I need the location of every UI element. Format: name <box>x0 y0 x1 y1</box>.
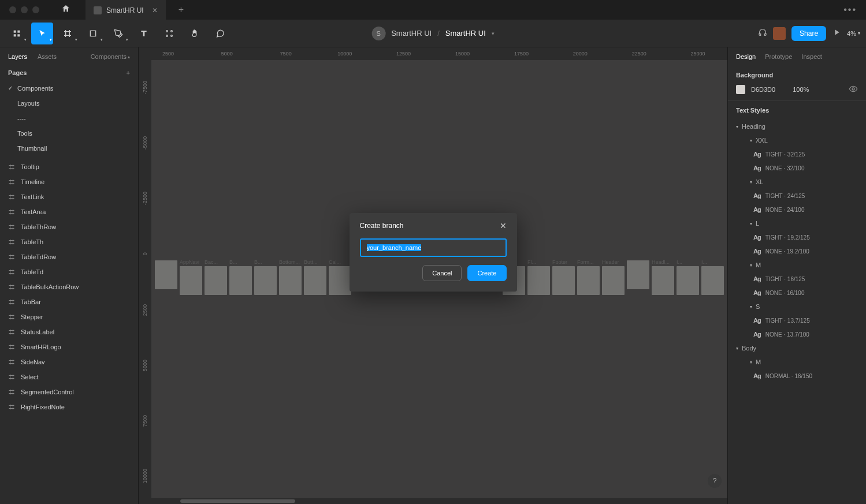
create-button[interactable]: Create <box>467 265 506 281</box>
modal-title: Create branch <box>360 222 404 230</box>
branch-name-input[interactable] <box>360 238 507 257</box>
cancel-button[interactable]: Cancel <box>422 265 462 281</box>
modal-close-icon[interactable]: ✕ <box>500 221 507 230</box>
create-branch-modal: Create branch ✕ Cancel Create <box>350 213 517 292</box>
modal-overlay: Create branch ✕ Cancel Create <box>0 0 866 504</box>
